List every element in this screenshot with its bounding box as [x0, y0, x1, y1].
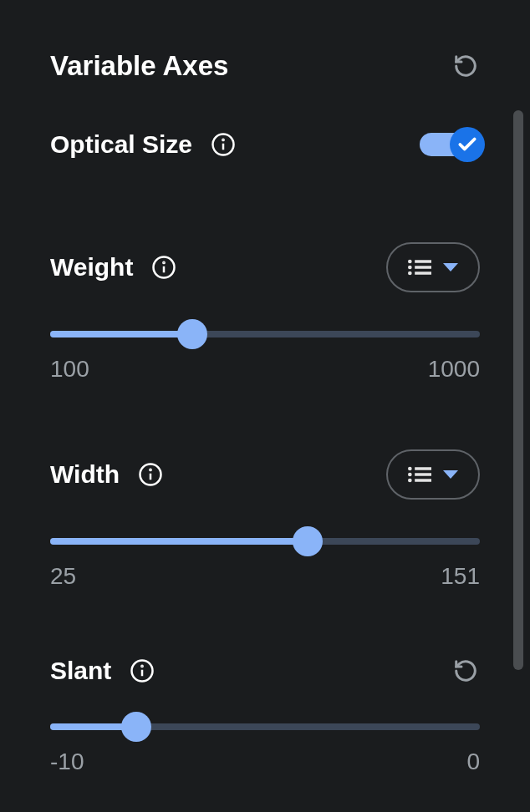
reset-all-button[interactable]	[451, 52, 480, 80]
svg-point-2	[222, 140, 223, 140]
check-icon	[456, 134, 478, 155]
svg-rect-11	[415, 272, 431, 275]
optical-size-row: Optical Size	[50, 130, 480, 159]
info-icon	[130, 658, 155, 683]
optical-size-info-button[interactable]	[211, 132, 236, 157]
reset-icon	[453, 658, 478, 683]
scrollbar[interactable]	[513, 110, 523, 670]
svg-point-5	[164, 262, 165, 263]
weight-info-button[interactable]	[151, 255, 176, 280]
slant-min-label: -10	[50, 749, 84, 775]
svg-rect-20	[415, 479, 431, 482]
svg-rect-18	[415, 473, 431, 476]
info-icon	[151, 255, 176, 280]
width-max-label: 151	[441, 563, 480, 590]
svg-point-8	[408, 266, 412, 270]
scrollbar-thumb[interactable]	[513, 110, 523, 670]
width-label: Width	[50, 460, 120, 489]
weight-slider-thumb[interactable]	[177, 319, 207, 349]
width-section: Width	[50, 449, 480, 590]
svg-point-10	[408, 272, 412, 276]
slant-info-button[interactable]	[130, 658, 155, 683]
slant-slider-thumb[interactable]	[121, 712, 151, 742]
weight-min-label: 100	[50, 356, 89, 383]
reset-icon	[453, 53, 478, 79]
svg-rect-7	[415, 260, 431, 263]
svg-point-17	[408, 473, 412, 477]
optical-size-toggle[interactable]	[420, 133, 480, 156]
svg-point-14	[150, 469, 150, 470]
width-info-button[interactable]	[138, 462, 163, 487]
chevron-down-icon	[443, 263, 458, 272]
list-icon	[408, 259, 431, 276]
slant-slider[interactable]	[50, 723, 480, 730]
width-min-label: 25	[50, 563, 76, 590]
weight-section: Weight	[50, 242, 480, 383]
weight-slider[interactable]	[50, 331, 480, 337]
slant-max-label: 0	[466, 749, 480, 775]
svg-point-19	[408, 479, 412, 483]
svg-point-23	[142, 666, 143, 667]
weight-label: Weight	[50, 253, 133, 282]
info-icon	[211, 132, 236, 157]
list-icon	[408, 466, 431, 483]
weight-max-label: 1000	[428, 356, 480, 383]
variable-axes-panel: Variable Axes Optical Size	[0, 0, 530, 792]
chevron-down-icon	[443, 470, 458, 479]
svg-rect-16	[415, 467, 431, 470]
svg-rect-9	[415, 266, 431, 269]
width-slider[interactable]	[50, 538, 480, 545]
width-slider-thumb[interactable]	[293, 526, 323, 556]
slant-label: Slant	[50, 657, 111, 685]
panel-title: Variable Axes	[50, 50, 228, 82]
panel-header: Variable Axes	[50, 50, 480, 82]
slant-reset-button[interactable]	[451, 657, 480, 685]
slant-section: Slant	[50, 657, 480, 775]
svg-point-6	[408, 260, 412, 264]
info-icon	[138, 462, 163, 487]
width-instances-dropdown[interactable]	[386, 449, 480, 500]
weight-instances-dropdown[interactable]	[386, 242, 480, 292]
optical-size-label: Optical Size	[50, 130, 192, 159]
svg-point-15	[408, 467, 412, 471]
